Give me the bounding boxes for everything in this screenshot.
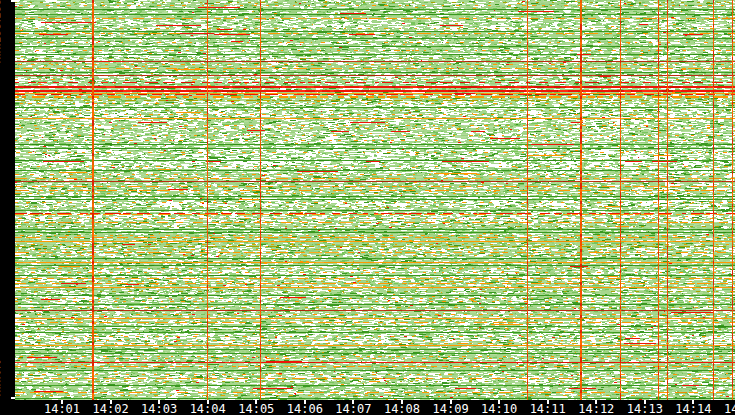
traffic-visualizer-window: x.x.255.255 x.x.0.0 14 14:0114:0214:0314… (0, 0, 735, 415)
time-tick-label-partial: 14 (724, 402, 735, 415)
traffic-heatmap-plot[interactable] (15, 0, 735, 400)
time-tick-label: 14:14 (673, 402, 713, 415)
time-tick-label: 14:09 (431, 402, 471, 415)
y-axis-tick (11, 397, 15, 399)
time-tick-label: 14:08 (382, 402, 422, 415)
y-axis-tick (11, 0, 15, 2)
time-tick-label: 14:11 (528, 402, 568, 415)
time-tick-label: 14:07 (333, 402, 373, 415)
time-tick-label: 14:01 (42, 402, 82, 415)
time-tick-label: 14:04 (188, 402, 228, 415)
time-tick-label: 14:03 (139, 402, 179, 415)
time-tick-label: 14:13 (625, 402, 665, 415)
time-tick-label: 14:02 (91, 402, 131, 415)
y-axis: x.x.255.255 x.x.0.0 (0, 0, 15, 400)
time-tick-label: 14:06 (285, 402, 325, 415)
time-tick-label: 14:05 (236, 402, 276, 415)
time-tick-label: 14:10 (479, 402, 519, 415)
y-axis-label-top: x.x.255.255 (0, 0, 2, 63)
x-axis: 14 14:0114:0214:0314:0414:0514:0614:0714… (0, 400, 735, 415)
y-axis-label-bottom: x.x.0.0 (0, 358, 2, 396)
time-tick-label: 14:12 (576, 402, 616, 415)
